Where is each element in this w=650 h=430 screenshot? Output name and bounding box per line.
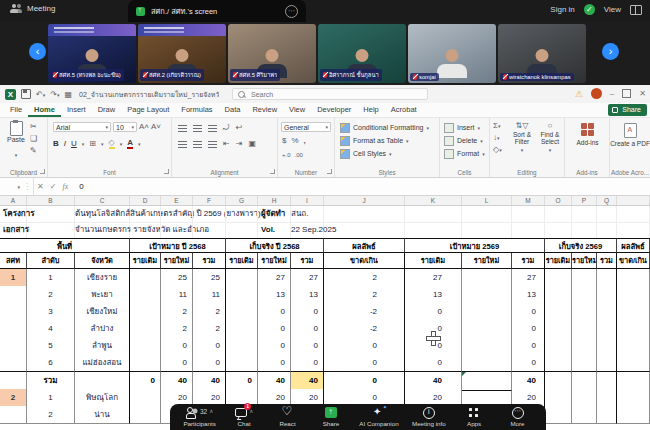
- sheet-cell[interactable]: [617, 286, 650, 304]
- subheader-cell[interactable]: ขาด/เกิน: [617, 253, 650, 269]
- sheet-cell[interactable]: [324, 206, 405, 223]
- video-tile[interactable]: อิศราภรณ์ ชั้นกุลนา: [318, 24, 406, 83]
- tab-formulas[interactable]: Formulas: [175, 103, 218, 117]
- sheet-cell[interactable]: 0: [291, 303, 324, 321]
- find-select-button[interactable]: ○ Find & Select▾: [537, 121, 563, 154]
- search-input[interactable]: [249, 90, 422, 99]
- sheet-cell[interactable]: [617, 354, 650, 372]
- increase-decimal-icon[interactable]: +.0: [282, 150, 291, 160]
- orientation-icon[interactable]: ⤾: [223, 123, 230, 133]
- sheet-cell[interactable]: 2: [27, 406, 75, 424]
- sheet-cell[interactable]: [617, 222, 650, 239]
- sheet-cell[interactable]: [405, 222, 462, 239]
- sheet-cell[interactable]: [0, 354, 27, 372]
- cell-styles-button[interactable]: Cell Styles▾: [340, 147, 429, 160]
- sheet-cell[interactable]: [572, 206, 597, 223]
- sheet-cell[interactable]: 0: [512, 320, 545, 338]
- sheet-cell[interactable]: 0: [405, 354, 462, 372]
- subheader-cell[interactable]: สศท: [0, 253, 27, 269]
- sheet-cell[interactable]: [572, 303, 597, 321]
- column-header-H[interactable]: H: [258, 196, 291, 205]
- decrease-indent-icon[interactable]: ⇤: [223, 139, 230, 149]
- sheet-cell[interactable]: [226, 286, 258, 304]
- sheet-cell[interactable]: 2: [0, 389, 27, 407]
- sheet-cell[interactable]: [0, 371, 27, 391]
- conditional-formatting-button[interactable]: Conditional Formatting▾: [340, 121, 429, 134]
- chevron-up-icon[interactable]: ∧: [209, 408, 213, 414]
- sheet-cell[interactable]: [226, 354, 258, 372]
- subheader-cell[interactable]: รายใหม่: [161, 253, 193, 269]
- scroll-left-button[interactable]: ‹: [29, 43, 46, 60]
- sheet-cell[interactable]: [405, 206, 462, 223]
- sheet-cell[interactable]: [130, 320, 161, 338]
- tab-acrobat[interactable]: Acrobat: [385, 103, 423, 117]
- sheet-cell[interactable]: 0: [324, 337, 405, 355]
- sheet-cell[interactable]: 2: [324, 286, 405, 304]
- sheet-cell[interactable]: [462, 337, 512, 355]
- save-icon[interactable]: [21, 89, 31, 99]
- sheet-cell[interactable]: [462, 371, 512, 391]
- sheet-cell[interactable]: 40: [512, 371, 545, 391]
- column-header-A[interactable]: A: [0, 196, 27, 205]
- percent-icon[interactable]: %: [291, 136, 298, 146]
- sheet-cell[interactable]: [462, 206, 512, 223]
- sheet-cell[interactable]: [617, 269, 650, 287]
- tab-home[interactable]: Home: [28, 103, 61, 117]
- number-format-select[interactable]: General▾: [281, 122, 331, 132]
- format-painter-icon[interactable]: ✎: [30, 146, 37, 156]
- subheader-cell[interactable]: รายเดิม: [405, 253, 462, 269]
- sheet-cell[interactable]: [572, 269, 597, 287]
- fill-icon[interactable]: ↓▾: [493, 133, 502, 143]
- sheet-cell[interactable]: [226, 303, 258, 321]
- group-header-cell[interactable]: เก็บจริง ปี 2568: [226, 238, 324, 253]
- excel-logo-icon[interactable]: X: [5, 89, 16, 100]
- sheet-cell[interactable]: รวม: [27, 371, 75, 391]
- create-pdf-button[interactable]: Create a PDF: [610, 121, 650, 147]
- sheet-cell[interactable]: ลำพูน: [75, 337, 130, 355]
- sort-filter-button[interactable]: ⇅▽ Sort & Filter▾: [508, 121, 536, 154]
- column-header-O[interactable]: O: [545, 196, 572, 205]
- sheet-cell[interactable]: เอกสาร: [0, 222, 27, 239]
- sheet-cell[interactable]: 0: [226, 371, 258, 391]
- video-tile[interactable]: สศท.5 ศิริมาพร: [228, 24, 316, 83]
- sheet-cell[interactable]: [572, 371, 597, 391]
- tab-help[interactable]: Help: [357, 103, 384, 117]
- clipboard-dialog-launcher[interactable]: [40, 169, 45, 174]
- sheet-cell[interactable]: 22 Sep.2025: [291, 222, 324, 239]
- subheader-cell[interactable]: จังหวัด: [75, 253, 130, 269]
- sheet-cell[interactable]: ต้นทุนโลจิสติกส์สินค้าเกษตรสำคัญ ปี 2569…: [75, 206, 130, 223]
- sheet-cell[interactable]: 40: [405, 371, 462, 391]
- sheet-cell[interactable]: [226, 222, 258, 239]
- align-right-icon[interactable]: [208, 141, 217, 148]
- sheet-cell[interactable]: [545, 286, 572, 304]
- sheet-cell[interactable]: 25: [161, 269, 193, 287]
- addins-button[interactable]: Add-ins: [565, 121, 610, 146]
- group-header-cell[interactable]: ผลลัพธ์: [617, 238, 650, 253]
- font-color-icon[interactable]: A: [127, 138, 133, 149]
- sheet-cell[interactable]: [27, 206, 75, 223]
- view-layout-icon[interactable]: [630, 5, 642, 15]
- sheet-cell[interactable]: [545, 320, 572, 338]
- sheet-cell[interactable]: 40: [193, 371, 226, 391]
- sheet-cell[interactable]: 1: [0, 269, 27, 287]
- sheet-cell[interactable]: [462, 354, 512, 372]
- sheet-cell[interactable]: 0: [258, 320, 291, 338]
- column-header-G[interactable]: G: [226, 196, 258, 205]
- group-header-cell[interactable]: เป้าหมาย 2569: [405, 238, 545, 253]
- sheet-cell[interactable]: [597, 222, 617, 239]
- sheet-cell[interactable]: 5: [27, 337, 75, 355]
- borders-icon[interactable]: ⊞: [89, 139, 96, 149]
- sheet-cell[interactable]: 27: [291, 269, 324, 287]
- sheet-cell[interactable]: 27: [405, 269, 462, 287]
- sheet-cell[interactable]: [324, 222, 405, 239]
- tab-developer[interactable]: Developer: [311, 103, 357, 117]
- sheet-cell[interactable]: 0: [512, 303, 545, 321]
- scroll-right-button[interactable]: ›: [602, 43, 619, 60]
- sheet-cell[interactable]: [226, 320, 258, 338]
- sheet-cell[interactable]: 2: [324, 269, 405, 287]
- subheader-cell[interactable]: รวม: [291, 253, 324, 269]
- tab-file[interactable]: File: [4, 103, 28, 117]
- formula-bar-value[interactable]: 0: [79, 182, 83, 191]
- excel-share-button[interactable]: Share: [608, 104, 647, 116]
- fill-color-icon[interactable]: ◇: [109, 138, 115, 149]
